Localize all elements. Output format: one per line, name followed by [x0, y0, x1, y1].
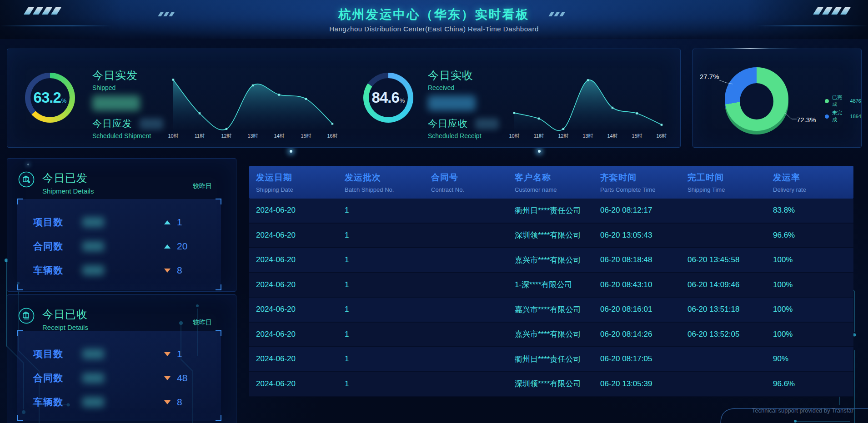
- svg-text:12时: 12时: [221, 133, 231, 139]
- svg-text:11时: 11时: [534, 133, 544, 139]
- table-column-header: 发运率Delivery rate: [773, 172, 853, 193]
- cell-shipping-date: 2024-06-20: [256, 280, 345, 289]
- table-column-header: 合同号Contract No.: [431, 172, 515, 193]
- column-title-cn: 发运日期: [256, 172, 345, 184]
- cell-shipping-date: 2024-06-20: [256, 354, 345, 363]
- cell-shipping-time: 06-20 14:09:46: [687, 280, 773, 289]
- cell-delivery-rate: 100%: [773, 255, 853, 264]
- column-title-en: Batch Shipped No.: [345, 186, 431, 193]
- cell-shipping-time: 06-20 13:51:18: [687, 305, 773, 314]
- trend-up-arrow-icon: [164, 244, 171, 249]
- column-title-en: Shipping Date: [256, 186, 345, 193]
- svg-text:16时: 16时: [327, 133, 337, 139]
- receipt-details-subtitle: Receipt Details: [42, 323, 88, 331]
- cell-customer-name: 嘉兴市****有限公司: [515, 304, 600, 315]
- cell-parts-complete-time: 06-20 08:12:17: [600, 206, 687, 215]
- stat-value-masked: [82, 349, 104, 359]
- svg-text:12时: 12时: [558, 133, 568, 139]
- scheduled-shipment-label: 今日应发: [92, 117, 132, 130]
- shipment-table-panel: 发运日期Shipping Date发运批次Batch Shipped No.合同…: [249, 166, 853, 397]
- legend-item-completed[interactable]: 已完成4876: [825, 94, 861, 108]
- column-title-cn: 齐套时间: [600, 172, 687, 184]
- cell-delivery-rate: 100%: [773, 330, 853, 339]
- table-header: 发运日期Shipping Date发运批次Batch Shipped No.合同…: [249, 166, 853, 199]
- table-row: 2024-06-2011-深****有限公司06-20 08:43:1006-2…: [249, 273, 853, 298]
- table-row: 2024-06-201衢州日****责任公司06-20 08:17:0590%: [249, 347, 853, 372]
- stat-delta: 20: [177, 241, 201, 252]
- cell-batch-no: 1: [345, 305, 431, 314]
- cell-parts-complete-time: 06-20 08:17:05: [600, 354, 687, 363]
- table-row: 2024-06-201嘉兴市****有限公司06-20 08:16:0106-2…: [249, 298, 853, 323]
- legend-dot-icon: [825, 99, 829, 103]
- cell-shipping-date: 2024-06-20: [256, 330, 345, 339]
- receipt-stats-rows: 项目数1合同数48车辆数8: [17, 348, 221, 408]
- cell-batch-no: 1: [345, 206, 431, 215]
- stat-label: 项目数: [33, 348, 82, 360]
- cell-customer-name: 衢州日****责任公司: [515, 354, 600, 364]
- shipment-compare-label: 较昨日: [193, 182, 212, 190]
- table-column-header: 发运日期Shipping Date: [256, 172, 345, 193]
- received-gauge-value: 84.6: [372, 89, 399, 106]
- shipped-gauge: 63.2 %: [25, 73, 75, 123]
- cell-delivery-rate: 100%: [773, 305, 853, 314]
- stat-value-masked: [82, 373, 104, 383]
- cell-shipping-time: 06-20 13:45:58: [687, 255, 773, 264]
- cell-customer-name: 嘉兴市****有限公司: [515, 255, 600, 265]
- stat-row: 车辆数8: [33, 396, 201, 408]
- cell-delivery-rate: 96.6%: [773, 231, 853, 240]
- package-shipped-icon: [18, 171, 35, 188]
- table-row: 2024-06-201嘉兴市****有限公司06-20 08:14:2606-2…: [249, 323, 853, 348]
- legend-dot-icon: [825, 114, 829, 119]
- cell-batch-no: 1: [345, 354, 431, 363]
- svg-text:11时: 11时: [195, 133, 205, 139]
- receipt-stats-box: 项目数1合同数48车辆数8: [17, 331, 221, 421]
- column-title-cn: 完工时间: [687, 172, 773, 184]
- header-line-right: [757, 25, 868, 26]
- svg-text:15时: 15时: [301, 133, 311, 139]
- shipped-value-masked: [92, 95, 140, 111]
- cell-shipping-date: 2024-06-20: [256, 206, 345, 215]
- cell-batch-no: 1: [345, 280, 431, 289]
- column-title-cn: 合同号: [431, 172, 515, 184]
- cell-customer-name: 深圳领****有限公司: [515, 378, 600, 389]
- stat-label: 合同数: [33, 372, 82, 384]
- cell-shipping-time: 06-20 13:52:05: [687, 330, 773, 339]
- stat-row: 合同数20: [33, 240, 201, 252]
- cell-shipping-date: 2024-06-20: [256, 255, 345, 264]
- shipment-details-subtitle: Shipment Details: [42, 187, 94, 195]
- svg-text:13时: 13时: [247, 133, 258, 139]
- cell-delivery-rate: 96.6%: [773, 379, 853, 388]
- table-row: 2024-06-201嘉兴市****有限公司06-20 08:18:4806-2…: [249, 248, 853, 273]
- scheduled-receipt-value-masked: [475, 118, 499, 129]
- header-ticks-right-icon: [550, 12, 564, 16]
- shipment-details-panel: 今日已发 Shipment Details 较昨日 项目数1合同数20车辆数8: [7, 158, 236, 292]
- cell-delivery-rate: 100%: [773, 280, 853, 289]
- header-slashes-right-icon: [815, 7, 848, 15]
- trend-down-arrow-icon: [164, 376, 171, 380]
- scheduled-shipment-value-masked: [140, 118, 163, 129]
- svg-text:16时: 16时: [656, 133, 667, 139]
- donut-blue-pct-label: 27.7%: [700, 73, 719, 80]
- table-column-header: 发运批次Batch Shipped No.: [345, 172, 431, 193]
- stat-value-masked: [82, 397, 104, 407]
- cell-customer-name: 深圳领****有限公司: [515, 230, 600, 240]
- stat-delta: 8: [177, 265, 201, 276]
- package-received-icon: [18, 307, 35, 324]
- cell-shipping-date: 2024-06-20: [256, 305, 345, 314]
- legend-label: 已完成: [832, 94, 847, 108]
- stat-label: 项目数: [33, 216, 82, 229]
- stat-delta: 1: [177, 348, 201, 359]
- table-body: 2024-06-201衢州日****责任公司06-20 08:12:1783.8…: [249, 199, 853, 397]
- stat-row: 项目数1: [33, 216, 201, 228]
- page-subtitle: Hangzhou Distribution Center(East China)…: [0, 25, 868, 33]
- column-title-en: Contract No.: [431, 186, 515, 193]
- table-row: 2024-06-201深圳领****有限公司06-20 13:05:3996.6…: [249, 372, 853, 397]
- donut-legend: 已完成4876未完成1864: [825, 94, 861, 123]
- svg-text:10时: 10时: [509, 133, 519, 139]
- column-title-en: Customer name: [515, 186, 600, 193]
- received-gauge-unit: %: [400, 97, 405, 104]
- table-column-header: 完工时间Shipping Time: [687, 172, 773, 193]
- shipped-gauge-value: 63.2: [34, 89, 61, 106]
- column-title-cn: 发运批次: [345, 172, 431, 184]
- legend-item-pending[interactable]: 未完成1864: [825, 109, 861, 123]
